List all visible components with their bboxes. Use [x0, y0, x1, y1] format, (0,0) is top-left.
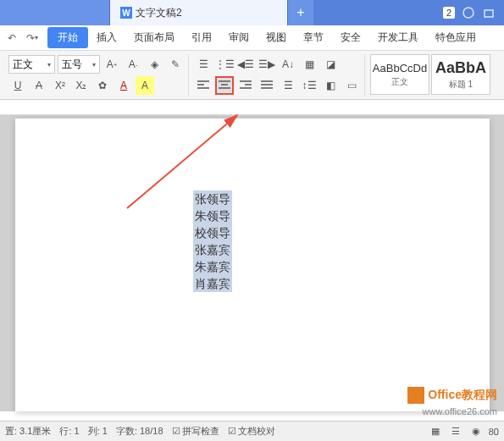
status-wordcount[interactable]: 字数: 18/18: [116, 425, 163, 438]
shrink-font-button[interactable]: A-: [124, 55, 142, 74]
menu-insert[interactable]: 插入: [88, 27, 125, 48]
fontsize-combo[interactable]: 五号▾: [58, 55, 100, 74]
strike-button[interactable]: A: [30, 76, 48, 95]
numbering-button[interactable]: ⋮☰: [215, 55, 234, 74]
menu-view[interactable]: 视图: [258, 27, 295, 48]
distribute-button[interactable]: ☰: [279, 76, 297, 95]
font-color-button[interactable]: A: [114, 76, 133, 95]
view-web-button[interactable]: ◉: [468, 424, 484, 439]
change-case-button[interactable]: ✎: [166, 55, 185, 74]
new-tab-button[interactable]: +: [288, 0, 313, 25]
grow-font-button[interactable]: A+: [102, 55, 121, 74]
increase-indent-button[interactable]: ☰▶: [258, 55, 276, 74]
statusbar: 置: 3.1厘米 行: 1 列: 1 字数: 18/18 ☑ 拼写检查 ☑ 文档…: [0, 421, 504, 441]
status-column[interactable]: 列: 1: [88, 425, 108, 438]
doc-icon: W: [120, 7, 132, 19]
skin-icon[interactable]: [462, 6, 475, 19]
svg-rect-1: [485, 10, 493, 17]
highlight-button[interactable]: A: [136, 76, 154, 95]
line-5: 朱嘉宾: [193, 258, 232, 275]
menu-pagelayout[interactable]: 页面布局: [125, 27, 183, 48]
titlebar-right: 2: [443, 6, 504, 19]
line-1: 张领导: [193, 190, 232, 207]
gift-icon[interactable]: [482, 6, 496, 19]
menu-special[interactable]: 特色应用: [427, 27, 485, 48]
line-6: 肖嘉宾: [193, 275, 232, 292]
justify-button[interactable]: [258, 76, 276, 95]
menubar: ↶ ↷▾ 开始 插入 页面布局 引用 审阅 视图 章节 安全 开发工具 特色应用: [0, 25, 504, 51]
font-group: 正文▾ 五号▾ A+ A- ◈ ✎ U A X² X₂ ✿ A A: [5, 54, 189, 96]
status-position[interactable]: 置: 3.1厘米: [5, 425, 51, 438]
menu-start[interactable]: 开始: [47, 27, 88, 48]
border-button[interactable]: ▦: [300, 55, 318, 74]
style-heading1[interactable]: AaBbA 标题 1: [431, 54, 490, 95]
redo-button[interactable]: ↷▾: [24, 30, 41, 47]
ribbon: 正文▾ 五号▾ A+ A- ◈ ✎ U A X² X₂ ✿ A A ☰ ⋮☰ ◀…: [0, 51, 504, 100]
line-3: 校领导: [193, 224, 232, 241]
borders2-button[interactable]: ▭: [342, 76, 361, 95]
styles-group: AaBbCcDd 正文 AaBbA 标题 1: [367, 54, 494, 96]
tab-1[interactable]: [0, 0, 110, 25]
text-selection[interactable]: 张领导 朱领导 校领导 张嘉宾 朱嘉宾 肖嘉宾: [193, 190, 232, 292]
view-print-button[interactable]: ▦: [428, 424, 443, 439]
bullets-button[interactable]: ☰: [194, 55, 213, 74]
line-4: 张嘉宾: [193, 241, 232, 258]
status-right: ▦ ☰ ◉ 80: [428, 424, 499, 439]
format-painter-button[interactable]: ✿: [93, 76, 112, 95]
menu-references[interactable]: 引用: [183, 27, 220, 48]
document-area: 张领导 朱领导 校领导 张嘉宾 朱嘉宾 肖嘉宾: [0, 115, 504, 411]
page[interactable]: 张领导 朱领导 校领导 张嘉宾 朱嘉宾 肖嘉宾: [15, 119, 490, 411]
undo-button[interactable]: ↶: [3, 30, 20, 47]
menu-review[interactable]: 审阅: [220, 27, 258, 48]
clear-format-button[interactable]: ◈: [145, 55, 163, 74]
titlebar: W 文字文稿2 + 2: [0, 0, 504, 25]
view-outline-button[interactable]: ☰: [448, 424, 463, 439]
status-doccheck[interactable]: ☑ 文档校对: [228, 425, 275, 438]
status-spellcheck[interactable]: ☑ 拼写检查: [172, 425, 219, 438]
style-combo[interactable]: 正文▾: [8, 55, 55, 74]
doccheck-icon: ☑: [228, 426, 236, 437]
align-center-button[interactable]: [215, 76, 234, 95]
sort-button[interactable]: A↓: [279, 55, 297, 74]
spellcheck-icon: ☑: [172, 426, 180, 437]
shading-button[interactable]: ◪: [321, 55, 340, 74]
ruler[interactable]: [0, 100, 504, 115]
tab-2-active[interactable]: W 文字文稿2: [110, 0, 288, 25]
tab-group: W 文字文稿2 +: [0, 0, 313, 25]
window-badge[interactable]: 2: [443, 7, 455, 19]
undo-redo-group: ↶ ↷▾: [3, 30, 41, 47]
menu-chapters[interactable]: 章节: [295, 27, 332, 48]
shading2-button[interactable]: ◧: [321, 76, 340, 95]
tab-2-label: 文字文稿2: [136, 6, 182, 20]
align-left-button[interactable]: [194, 76, 213, 95]
line-spacing-button[interactable]: ↕☰: [300, 76, 318, 95]
align-right-button[interactable]: [236, 76, 255, 95]
menu-security[interactable]: 安全: [332, 27, 369, 48]
style-normal[interactable]: AaBbCcDd 正文: [370, 54, 429, 95]
zoom-value[interactable]: 80: [489, 427, 499, 437]
status-line[interactable]: 行: 1: [59, 425, 79, 438]
subscript-button[interactable]: X₂: [72, 76, 91, 95]
superscript-button[interactable]: X²: [51, 76, 69, 95]
paragraph-group: ☰ ⋮☰ ◀☰ ☰▶ A↓ ▦ ◪ ☰ ↕☰ ◧ ▭: [191, 54, 365, 96]
decrease-indent-button[interactable]: ◀☰: [236, 55, 255, 74]
line-2: 朱领导: [193, 207, 232, 224]
svg-point-0: [463, 8, 474, 18]
menu-devtools[interactable]: 开发工具: [369, 27, 427, 48]
underline-button[interactable]: U: [8, 76, 27, 95]
